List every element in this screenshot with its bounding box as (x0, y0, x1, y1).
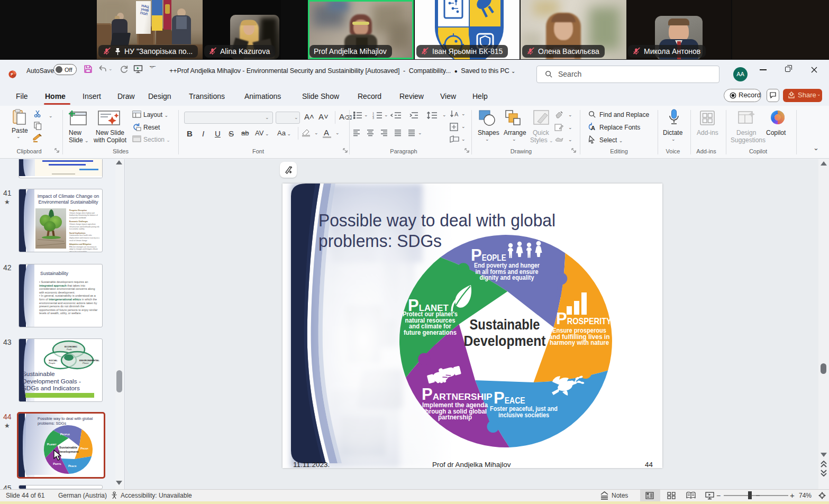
svg-text:inclusive societies: inclusive societies (498, 411, 549, 419)
svg-text:44: 44 (645, 461, 653, 468)
svg-text:Sustainable: Sustainable (470, 316, 540, 333)
svg-text:Sustainable: Sustainable (59, 445, 78, 449)
svg-text:problems: SDGs: problems: SDGs (318, 231, 442, 251)
svg-text:LANET: LANET (49, 443, 57, 446)
svg-text:People: People (49, 362, 56, 364)
svg-text:A: A (454, 111, 459, 117)
svg-text:A: A (591, 125, 595, 131)
svg-text:dignity and equality: dignity and equality (480, 273, 535, 281)
svg-text:11.11.2023.: 11.11.2023. (293, 461, 330, 468)
svg-text:future generations: future generations (404, 328, 457, 336)
svg-text:harmony with nature: harmony with nature (550, 338, 609, 346)
svg-text:ROSP.: ROSP. (83, 448, 88, 450)
svg-text:ARTN.: ARTN. (55, 463, 61, 465)
svg-text:EOPLE: EOPLE (62, 433, 69, 436)
svg-text:partnership: partnership (438, 413, 472, 421)
svg-text:3: 3 (372, 116, 374, 119)
svg-text:P: P (11, 72, 13, 76)
svg-text:Profit: Profit (67, 348, 72, 351)
svg-text:EACE: EACE (70, 465, 77, 468)
svg-text:Development: Development (464, 333, 546, 349)
svg-text:Prof dr Andjelka Mihajlov: Prof dr Andjelka Mihajlov (432, 461, 511, 468)
svg-text:Possible way to deal with glob: Possible way to deal with global (318, 210, 555, 230)
svg-text:Planet: Planet (83, 362, 89, 364)
